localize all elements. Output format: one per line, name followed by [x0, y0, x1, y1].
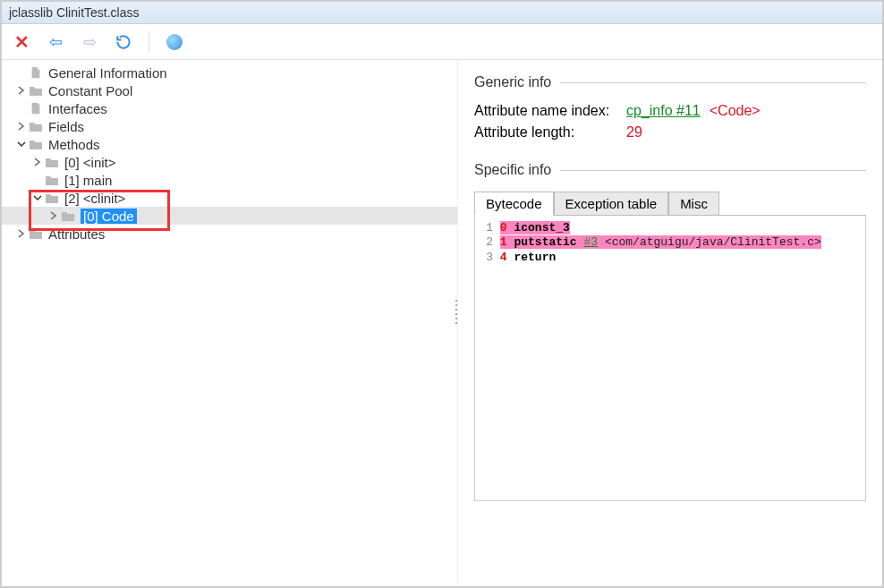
chevron-down-icon[interactable] — [14, 137, 29, 151]
folder-icon — [29, 84, 43, 97]
tab-misc[interactable]: Misc — [668, 192, 719, 216]
tab-exception-table[interactable]: Exception table — [554, 192, 669, 216]
folder-icon — [45, 192, 59, 204]
tree-pane: General Information Constant Pool Interf… — [2, 60, 458, 584]
attr-name-index-label: Attribute name index: — [474, 103, 626, 119]
folder-icon — [45, 156, 59, 168]
tree-label: Fields — [48, 119, 84, 134]
tree-label: [1] main — [64, 173, 112, 188]
reload-icon[interactable] — [113, 31, 134, 53]
tree-label: [2] <clinit> — [64, 191, 125, 206]
tree-label: [0] Code — [81, 209, 137, 224]
folder-icon — [29, 138, 43, 150]
tree-item-fields[interactable]: Fields — [2, 117, 457, 135]
tree-item-method-main[interactable]: [1] main — [2, 171, 457, 189]
tree-label: Interfaces — [48, 101, 107, 116]
bytecode-line: 3 4 return — [480, 251, 860, 265]
window-titlebar: jclasslib ClinitTest.class — [2, 2, 882, 24]
toolbar: ✕ ⇦ ⇨ — [2, 24, 882, 60]
tree-item-constant-pool[interactable]: Constant Pool — [2, 81, 457, 99]
tab-bytecode[interactable]: Bytecode — [474, 192, 554, 216]
tree-label: Constant Pool — [48, 83, 132, 98]
detail-pane: Generic info Attribute name index: cp_in… — [458, 60, 882, 584]
tree-item-general-info[interactable]: General Information — [2, 64, 457, 81]
bytecode-line: 2 1 putstatic #3 <com/atguigu/java/Clini… — [480, 235, 860, 250]
tree-label: Methods — [48, 137, 100, 152]
tree-item-attributes[interactable]: Attributes — [2, 225, 457, 243]
chevron-right-icon[interactable] — [14, 226, 29, 241]
tree-item-interfaces[interactable]: Interfaces — [2, 99, 457, 117]
folder-icon — [29, 227, 43, 240]
close-icon[interactable]: ✕ — [11, 31, 32, 53]
const-link[interactable]: #3 — [583, 235, 598, 249]
attr-name-index-tag: <Code> — [710, 103, 761, 119]
window-title: jclasslib ClinitTest.class — [9, 5, 139, 20]
chevron-down-icon[interactable] — [30, 191, 45, 205]
toolbar-separator — [149, 31, 149, 53]
bytecode-viewer: 1 0 iconst_32 1 putstatic #3 <com/atguig… — [474, 215, 866, 501]
attr-name-index-row: Attribute name index: cp_info #11 <Code> — [474, 103, 866, 119]
folder-icon — [29, 120, 43, 132]
tab-strip: Bytecode Exception table Misc — [474, 191, 866, 215]
file-icon — [29, 66, 43, 79]
tree-label: [0] <init> — [64, 155, 116, 170]
attr-length-label: Attribute length: — [474, 124, 626, 141]
tree-label: General Information — [48, 65, 167, 81]
chevron-right-icon[interactable] — [30, 155, 45, 169]
tree-item-method-clinit[interactable]: [2] <clinit> — [2, 189, 457, 207]
chevron-right-icon[interactable] — [14, 119, 29, 133]
back-icon[interactable]: ⇦ — [45, 31, 66, 53]
tree-item-methods[interactable]: Methods — [2, 135, 457, 153]
chevron-right-icon[interactable] — [47, 209, 61, 223]
attr-length-value: 29 — [626, 124, 642, 141]
forward-icon[interactable]: ⇨ — [79, 31, 100, 53]
content-area: General Information Constant Pool Interf… — [2, 60, 882, 584]
cpinfo-link[interactable]: cp_info #11 — [626, 103, 701, 119]
generic-info-header: Generic info — [474, 74, 866, 90]
globe-icon[interactable] — [164, 31, 185, 53]
specific-info-header: Specific info — [474, 162, 866, 178]
folder-icon — [61, 209, 75, 222]
tree-item-code[interactable]: [0] Code — [2, 207, 457, 225]
bytecode-line: 1 0 iconst_3 — [480, 221, 860, 235]
folder-icon — [45, 174, 59, 186]
attr-length-row: Attribute length: 29 — [474, 124, 866, 141]
tree-label: Attributes — [48, 226, 105, 242]
tree-item-method-init[interactable]: [0] <init> — [2, 153, 457, 171]
splitter-handle[interactable] — [454, 294, 459, 330]
file-icon — [29, 102, 43, 115]
chevron-right-icon[interactable] — [14, 83, 29, 98]
